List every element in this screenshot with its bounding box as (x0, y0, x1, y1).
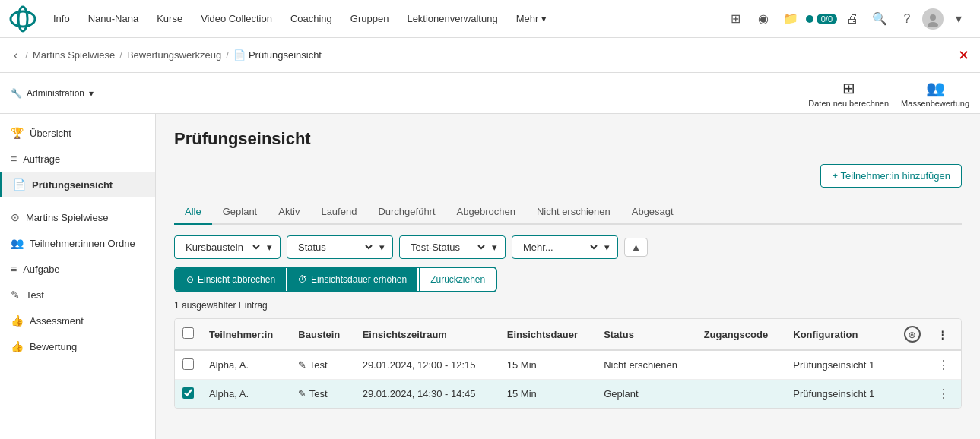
col-einsichtszeitraum: Einsichtszeitraum (355, 319, 500, 350)
col-zugangscode: Zugangscode (696, 319, 786, 350)
breadcrumb-martins-spielwiese[interactable]: Martins Spielwiese (33, 49, 115, 61)
administration-button[interactable]: 🔧 Administration ▾ (11, 88, 94, 99)
avatar[interactable] (922, 8, 944, 30)
filter-status-select[interactable]: Status (295, 241, 375, 254)
sidebar-item-martins-spielwiese[interactable]: ⊙ Martins Spielwiese (0, 204, 155, 230)
sidebar-item-test[interactable]: ✎ Test (0, 282, 155, 308)
help-icon[interactable]: ? (895, 7, 919, 31)
select-all-checkbox[interactable] (182, 327, 194, 339)
einsichtsdauer-1: 15 Min (500, 350, 596, 380)
tabs: Alle Geplant Aktiv Laufend Durchgeführt … (174, 200, 962, 225)
col-status: Status (596, 319, 696, 350)
tab-alle[interactable]: Alle (174, 200, 212, 225)
sidebar-item-assessment[interactable]: 👍 Assessment (0, 308, 155, 333)
sidebar-item-bewertung[interactable]: 👍 Bewertung (0, 333, 155, 359)
baustein-icon-1: ✎ (298, 359, 306, 371)
chevron-down-nav-icon[interactable]: ▾ (947, 7, 971, 31)
folder-icon[interactable]: 📁 (779, 7, 803, 31)
svg-point-3 (928, 22, 938, 27)
filter-test-status[interactable]: Test-Status ▾ (399, 235, 506, 259)
print-icon[interactable]: 🖨 (840, 7, 864, 31)
nav-gruppen[interactable]: Gruppen (343, 8, 397, 29)
row-menu-1[interactable]: ⋮ (930, 350, 961, 380)
filter-test-status-select[interactable]: Test-Status (408, 241, 487, 254)
nav-nanu-nana[interactable]: Nanu-Nana (81, 8, 147, 29)
checkbox-cell-2[interactable] (175, 380, 201, 409)
recalculate-button[interactable]: ⊞ Daten neu berechnen (808, 79, 889, 108)
close-button[interactable]: ✕ (958, 47, 969, 64)
thumbsup-assessment-icon: 👍 (11, 314, 24, 327)
nav-info[interactable]: Info (46, 8, 78, 29)
add-participant-button[interactable]: + Teilnehmer:in hinzufügen (820, 164, 962, 188)
toolbar-bar: 🔧 Administration ▾ ⊞ Daten neu berechnen… (0, 73, 980, 114)
rss-icon[interactable]: ◉ (751, 7, 775, 31)
collapse-filters-button[interactable]: ▲ (624, 238, 648, 257)
einsicht-abbrechen-button[interactable]: ⊙ Einsicht abbrechen (176, 268, 286, 291)
selected-count: 1 ausgewählter Eintrag (174, 300, 962, 311)
nav-video-collection[interactable]: Video Collection (193, 8, 280, 29)
einsichtszeitraum-1: 29.01.2024, 12:00 - 12:15 (355, 350, 500, 380)
nav-mehr[interactable]: Mehr ▾ (509, 8, 555, 29)
row2-checkbox[interactable] (182, 387, 194, 399)
top-nav-icons: ⊞ ◉ 📁 0/0 🖨 🔍 ? ▾ (724, 7, 971, 31)
checkbox-cell-1[interactable] (175, 350, 201, 380)
nav-kurse[interactable]: Kurse (149, 8, 190, 29)
checkbox-header[interactable] (175, 319, 201, 350)
back-button[interactable]: ‹ (11, 46, 21, 65)
svg-point-0 (11, 11, 35, 27)
chevron-down-mehr-icon: ▾ (604, 242, 610, 253)
col-menu: ⋮ (930, 319, 961, 350)
participant-1: Alpha, A. (201, 350, 290, 380)
einsichtsdauer-2: 15 Min (500, 380, 596, 409)
breadcrumb-bewertungswerkzeug[interactable]: Bewertungswerkzeug (127, 49, 221, 61)
sidebar-item-ubersicht[interactable]: 🏆 Übersicht (0, 120, 155, 146)
row1-checkbox[interactable] (182, 358, 194, 370)
row-menu-2[interactable]: ⋮ (930, 380, 961, 409)
edit-icon: ✎ (11, 289, 20, 301)
zuruckziehen-button[interactable]: Zurückziehen (419, 268, 496, 291)
filter-mehr[interactable]: Mehr... ▾ (512, 235, 618, 259)
logo[interactable] (9, 5, 36, 33)
top-navigation: Info Nanu-Nana Kurse Video Collection Co… (0, 0, 980, 38)
sidebar-item-teilnehmer[interactable]: 👥 Teilnehmer:innen Ordne (0, 230, 155, 256)
tab-nicht-erschienen[interactable]: Nicht erschienen (526, 200, 621, 225)
calendar-icon[interactable]: ⊞ (724, 7, 748, 31)
table-row: Alpha, A. ✎ Test 29.01.2024, 12:00 - 12:… (175, 350, 961, 380)
filters: Kursbaustein ▾ Status ▾ Test-Status ▾ Me… (174, 235, 962, 259)
thumbsup-bewertung-icon: 👍 (11, 340, 24, 352)
sidebar-item-aufgabe[interactable]: ≡ Aufgabe (0, 256, 155, 282)
col-einsichtsdauer: Einsichtsdauer (500, 319, 596, 350)
chevron-down-filter-icon: ▾ (267, 242, 272, 253)
main-layout: 🏆 Übersicht ≡ Aufträge 📄 Prüfungseinsich… (0, 114, 980, 439)
svg-point-2 (930, 14, 936, 21)
col-baustein: Baustein (290, 319, 354, 350)
tab-geplant[interactable]: Geplant (212, 200, 268, 225)
breadcrumb-prufungseinsicht[interactable]: 📄 Prüfungseinsicht (233, 49, 322, 61)
sidebar-item-auftrage[interactable]: ≡ Aufträge (0, 146, 155, 172)
tab-aktiv[interactable]: Aktiv (268, 200, 310, 225)
action-bar: ⊙ Einsicht abbrechen ⏱ Einsichtsdauer er… (174, 267, 497, 292)
filter-status[interactable]: Status ▾ (287, 235, 393, 259)
tab-durchgefuhrt[interactable]: Durchgeführt (367, 200, 446, 225)
einsichtszeitraum-2: 29.01.2024, 14:30 - 14:45 (355, 380, 500, 409)
filter-kursbaustein[interactable]: Kursbaustein ▾ (174, 235, 281, 259)
filter-kursbaustein-select[interactable]: Kursbaustein (182, 241, 262, 254)
filter-mehr-select[interactable]: Mehr... (520, 241, 600, 254)
data-table: Teilnehmer:in Baustein Einsichtszeitraum… (174, 318, 962, 409)
trophy-icon: 🏆 (11, 127, 24, 139)
nav-lektionenverwaltung[interactable]: Lektionenverwaltung (399, 8, 505, 29)
circle-icon: ⊙ (11, 211, 20, 223)
participant-2: Alpha, A. (201, 380, 290, 409)
col-konfiguration: Konfiguration (785, 319, 894, 350)
record-cell-2 (894, 380, 930, 409)
document-sidebar-icon: 📄 (13, 178, 26, 191)
mass-rating-button[interactable]: 👥 Massenbewertung (901, 79, 969, 108)
tab-abgesagt[interactable]: Abgesagt (621, 200, 684, 225)
einsichtsdauer-erhohen-button[interactable]: ⏱ Einsichtsdauer erhöhen (287, 268, 417, 291)
sidebar-item-prufungseinsicht[interactable]: 📄 Prüfungseinsicht (0, 172, 155, 197)
nav-coaching[interactable]: Coaching (283, 8, 340, 29)
search-icon[interactable]: 🔍 (867, 7, 892, 31)
list-icon: ≡ (11, 153, 17, 165)
tab-laufend[interactable]: Laufend (310, 200, 367, 225)
tab-abgebrochen[interactable]: Abgebrochen (446, 200, 526, 225)
